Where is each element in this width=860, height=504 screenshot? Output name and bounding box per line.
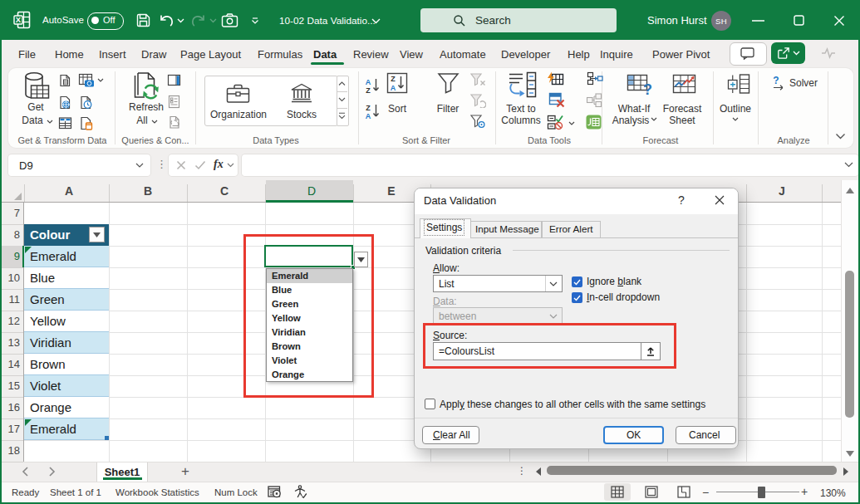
svg-text:Z: Z (391, 75, 396, 83)
svg-text:?: ? (773, 75, 779, 86)
svg-text:Z: Z (366, 86, 371, 95)
svg-text:A: A (366, 112, 371, 120)
svg-text:A: A (391, 84, 396, 92)
svg-text:Z: Z (366, 104, 371, 112)
svg-text:?: ? (643, 81, 652, 97)
svg-text:A: A (366, 78, 371, 86)
svg-text:X: X (16, 15, 22, 24)
